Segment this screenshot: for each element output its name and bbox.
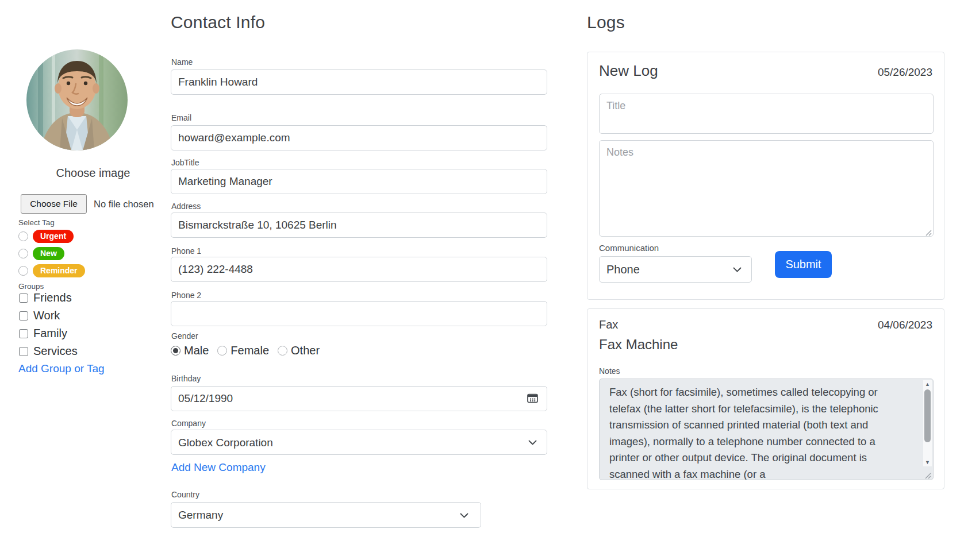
gender-option-female[interactable]: Female [217,344,269,357]
choose-file-button[interactable]: Choose File [21,194,87,214]
fax-notes-label: Notes [599,366,620,376]
address-input[interactable] [171,213,547,238]
contact-info-title: Contact Info [171,13,265,32]
gender-option-other[interactable]: Other [278,344,320,357]
country-label: Country [171,490,481,499]
file-upload-row: Choose File No file chosen [21,194,154,214]
profile-photo [26,49,128,150]
company-field-group: Company Globex Corporation [171,419,547,455]
fax-log-heading: Fax Machine [599,337,678,353]
email-label: Email [171,113,547,122]
email-input[interactable] [171,125,547,150]
birthday-field-group: Birthday [171,374,547,411]
country-select[interactable]: Germany [171,502,481,528]
tag-option-urgent: Urgent [18,229,74,244]
tag-radio-reminder[interactable] [18,266,28,276]
resize-grip-icon[interactable] [925,471,931,477]
tag-option-new: New [18,246,64,261]
group-checkbox-family[interactable]: Family [19,327,67,340]
resize-grip-icon[interactable] [925,228,932,234]
jobtitle-input[interactable] [171,169,547,194]
scrollbar-thumb[interactable] [924,389,931,442]
country-field-group: Country Germany [171,490,481,528]
select-tag-label: Select Tag [18,218,55,227]
phone1-input[interactable] [171,257,547,282]
checkbox-icon[interactable] [19,329,28,338]
gender-option-label: Female [231,344,269,357]
avatar [26,49,128,150]
group-label: Friends [33,291,72,304]
birthday-input[interactable] [171,386,547,411]
tag-radio-new[interactable] [18,249,28,258]
gender-option-male[interactable]: Male [171,344,209,357]
phone2-input[interactable] [171,301,547,326]
add-new-company-link[interactable]: Add New Company [171,461,266,474]
fax-notes-readonly: Fax (short for facsimile), sometimes cal… [599,379,934,480]
radio-other[interactable] [278,346,287,356]
group-label: Family [33,327,67,340]
group-label: Work [33,309,60,322]
phone1-label: Phone 1 [171,246,547,256]
tag-badge-new[interactable]: New [33,247,64,260]
name-label: Name [171,57,547,67]
fax-log-card: Fax 04/06/2023 Fax Machine Notes Fax (sh… [587,308,944,489]
fax-log-date: 04/06/2023 [878,319,932,331]
phone2-label: Phone 2 [171,291,547,300]
jobtitle-field-group: JobTitle [171,158,547,194]
jobtitle-label: JobTitle [171,158,547,167]
communication-select[interactable]: Phone [599,256,752,283]
checkbox-icon[interactable] [19,347,28,356]
gender-options: Male Female Other [171,344,547,357]
address-label: Address [171,202,547,211]
communication-label: Communication [599,243,659,253]
group-checkbox-services[interactable]: Services [19,345,78,358]
company-label: Company [171,419,547,428]
fax-notes-text: Fax (short for facsimile), sometimes cal… [609,384,905,480]
radio-male[interactable] [171,346,180,356]
gender-label: Gender [171,331,547,341]
new-log-heading: New Log [599,62,658,80]
add-group-or-tag-link[interactable]: Add Group or Tag [18,362,105,375]
file-chosen-status: No file chosen [94,199,154,210]
email-field-group: Email [171,113,547,150]
log-title-input[interactable] [599,94,934,134]
gender-field-group: Gender Male Female Other [171,331,547,357]
scrollbar[interactable]: ▲ ▼ [923,380,932,466]
log-type: Fax [599,318,618,331]
company-select[interactable]: Globex Corporation [171,430,547,455]
phone1-field-group: Phone 1 [171,246,547,282]
calendar-icon[interactable] [525,392,539,405]
tag-badge-reminder[interactable]: Reminder [33,264,85,277]
groups-label: Groups [18,282,44,291]
scroll-up-icon[interactable]: ▲ [923,380,932,388]
phone2-field-group: Phone 2 [171,291,547,326]
name-input[interactable] [171,69,547,95]
group-label: Services [33,345,78,358]
birthday-label: Birthday [171,374,547,383]
address-field-group: Address [171,202,547,238]
new-log-card: New Log 05/26/2023 Communication Phone S… [587,52,944,300]
gender-option-label: Other [291,344,320,357]
group-checkbox-friends[interactable]: Friends [19,291,72,304]
gender-option-label: Male [184,344,209,357]
submit-button[interactable]: Submit [775,251,832,278]
contact-editor-screen: Choose image Choose File No file chosen … [0,0,964,560]
new-log-date: 05/26/2023 [878,66,932,79]
logs-title: Logs [587,13,625,32]
tag-radio-urgent[interactable] [18,231,28,241]
checkbox-icon[interactable] [19,293,28,303]
name-field-group: Name [171,57,547,95]
checkbox-icon[interactable] [19,311,28,320]
tag-badge-urgent[interactable]: Urgent [33,230,74,243]
choose-image-label[interactable]: Choose image [17,167,169,180]
profile-panel: Choose image Choose File No file chosen … [17,0,169,560]
scroll-down-icon[interactable]: ▼ [923,458,932,466]
log-notes-input[interactable] [599,140,934,237]
radio-female[interactable] [217,346,227,356]
group-checkbox-work[interactable]: Work [19,309,60,322]
tag-option-reminder: Reminder [18,263,85,278]
